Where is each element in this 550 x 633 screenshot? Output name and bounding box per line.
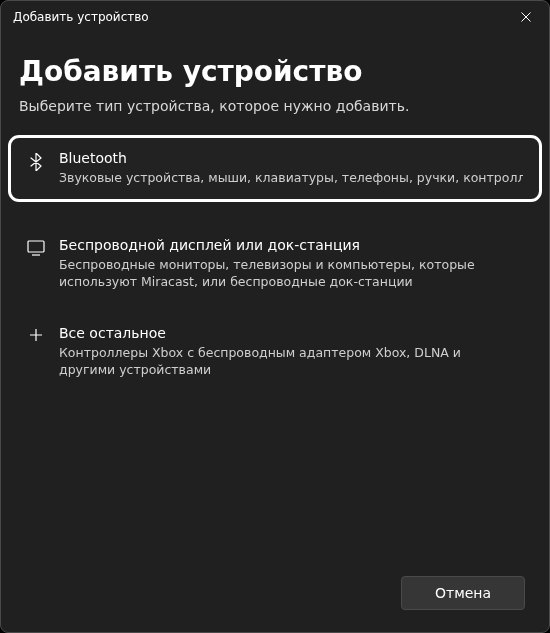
dialog-footer: Отмена [1,560,549,632]
titlebar: Добавить устройство [1,1,549,33]
plus-icon [25,328,47,342]
option-desc: Звуковые устройства, мыши, клавиатуры, т… [59,170,523,187]
option-desc: Контроллеры Xbox с беспроводным адаптеро… [59,345,517,379]
cancel-button[interactable]: Отмена [401,576,525,610]
option-title: Беспроводной дисплей или док-станция [59,237,517,253]
svg-rect-0 [28,241,44,252]
option-wireless-display[interactable]: Беспроводной дисплей или док-станция Бес… [19,223,531,305]
option-text: Все остальное Контроллеры Xbox с беспров… [59,325,519,379]
option-title: Bluetooth [59,150,523,166]
option-desc: Беспроводные мониторы, телевизоры и комп… [59,257,517,291]
monitor-icon [25,240,47,256]
option-text: Bluetooth Звуковые устройства, мыши, кла… [59,150,525,187]
page-title: Добавить устройство [19,55,531,88]
option-bluetooth[interactable]: Bluetooth Звуковые устройства, мыши, кла… [9,136,541,201]
dialog-content: Добавить устройство Выберите тип устройс… [1,33,549,560]
option-text: Беспроводной дисплей или док-станция Бес… [59,237,519,291]
option-everything-else[interactable]: Все остальное Контроллеры Xbox с беспров… [19,311,531,393]
option-title: Все остальное [59,325,517,341]
close-icon [521,12,531,22]
add-device-dialog: Добавить устройство Добавить устройство … [0,0,550,633]
bluetooth-icon [25,153,47,171]
close-button[interactable] [503,1,549,33]
device-type-list: Bluetooth Звуковые устройства, мыши, кла… [19,136,531,392]
page-subtitle: Выберите тип устройства, которое нужно д… [19,98,531,114]
window-title: Добавить устройство [13,10,149,24]
